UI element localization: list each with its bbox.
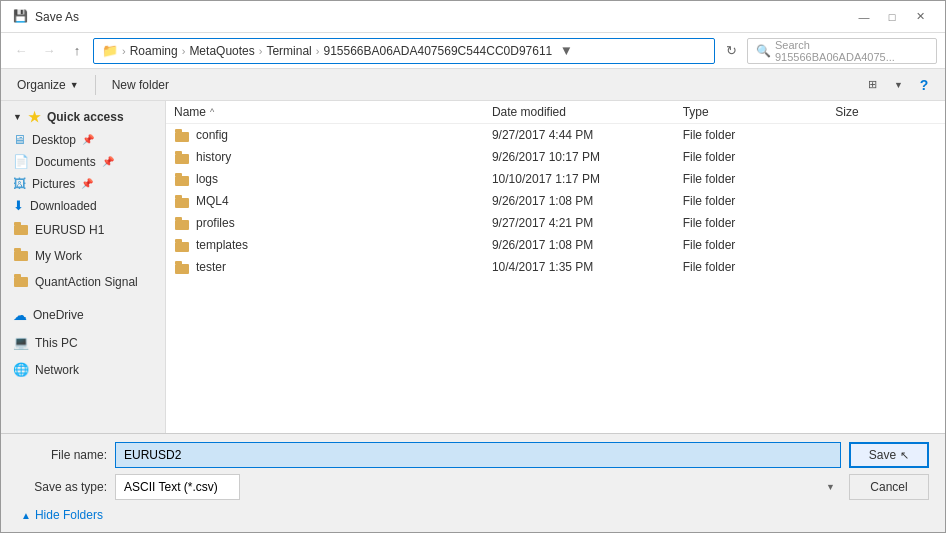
sidebar-item-mywork[interactable]: My Work [5,243,161,268]
sidebar-item-downloaded[interactable]: ⬇ Downloaded [5,195,161,216]
file-date-cell: 9/26/2017 10:17 PM [492,150,683,164]
path-part-roaming[interactable]: Roaming [130,44,178,58]
table-row[interactable]: logs 10/10/2017 1:17 PM File folder [166,168,945,190]
sidebar-item-onedrive[interactable]: ☁ OneDrive [5,304,161,326]
save-as-type-select[interactable]: ASCII Text (*.csv) [115,474,240,500]
file-name-text: MQL4 [196,194,229,208]
folder-icon [174,193,190,209]
chevron-up-icon: ▲ [21,510,31,521]
search-placeholder: Search 915566BA06ADA4075... [775,39,928,63]
path-part-metaquotes[interactable]: MetaQuotes [189,44,254,58]
maximize-button[interactable]: □ [879,7,905,27]
file-name-cell: logs [174,171,492,187]
table-row[interactable]: tester 10/4/2017 1:35 PM File folder [166,256,945,278]
save-as-type-wrapper: ASCII Text (*.csv) [115,474,841,500]
sidebar-eurusd-label: EURUSD H1 [35,223,104,237]
file-type-cell: File folder [683,128,836,142]
sidebar-documents-label: Documents [35,155,96,169]
folder-icon [174,127,190,143]
up-button[interactable]: ↑ [65,39,89,63]
window-controls: — □ ✕ [851,7,933,27]
search-box[interactable]: 🔍 Search 915566BA06ADA4075... [747,38,937,64]
new-folder-label: New folder [112,78,169,92]
pictures-pin-icon: 📌 [81,178,93,189]
column-name[interactable]: Name ^ [174,105,492,119]
quick-access-header[interactable]: ▼ ★ Quick access [5,106,161,128]
folder-icon [174,171,190,187]
file-name-cell: templates [174,237,492,253]
folder-icon [174,215,190,231]
file-date-cell: 9/26/2017 1:08 PM [492,238,683,252]
path-part-id[interactable]: 915566BA06ADA407569C544CC0D97611 [323,44,552,58]
file-name-cell: config [174,127,492,143]
desktop-icon: 🖥 [13,132,26,147]
file-list-header: Name ^ Date modified Type Size [166,101,945,124]
sidebar-item-documents[interactable]: 📄 Documents 📌 [5,151,161,172]
hide-folders-label: Hide Folders [35,508,103,522]
savetype-row: Save as type: ASCII Text (*.csv) Cancel [17,474,929,500]
folder-icon [174,259,190,275]
help-button[interactable]: ? [911,72,937,98]
network-icon: 🌐 [13,362,29,377]
file-list: Name ^ Date modified Type Size [166,101,945,433]
file-rows-container: config 9/27/2017 4:44 PM File folder his… [166,124,945,278]
sidebar-pictures-label: Pictures [32,177,75,191]
organize-button[interactable]: Organize ▼ [9,75,87,95]
forward-button[interactable]: → [37,39,61,63]
column-date-modified[interactable]: Date modified [492,105,683,119]
toolbar-separator [95,75,96,95]
column-type[interactable]: Type [683,105,836,119]
sidebar-network-label: Network [35,363,79,377]
new-folder-button[interactable]: New folder [104,75,177,95]
file-name-text: templates [196,238,248,252]
file-name-text: profiles [196,216,235,230]
sidebar: ▼ ★ Quick access 🖥 Desktop 📌 📄 Documents… [1,101,166,433]
file-date-cell: 9/27/2017 4:21 PM [492,216,683,230]
view-button[interactable]: ⊞ [858,73,886,97]
folder-icon [174,237,190,253]
file-name-cell: history [174,149,492,165]
sidebar-item-network[interactable]: 🌐 Network [5,359,161,380]
organize-dropdown-icon: ▼ [70,80,79,90]
sidebar-item-desktop[interactable]: 🖥 Desktop 📌 [5,129,161,150]
file-name-text: config [196,128,228,142]
sidebar-item-thispc[interactable]: 💻 This PC [5,332,161,353]
address-bar: ← → ↑ 📁 › Roaming › MetaQuotes › Termina… [1,33,945,69]
file-type-cell: File folder [683,194,836,208]
file-type-cell: File folder [683,260,836,274]
title-bar: 💾 Save As — □ ✕ [1,1,945,33]
file-type-cell: File folder [683,238,836,252]
file-name-label: File name: [17,448,107,462]
table-row[interactable]: profiles 9/27/2017 4:21 PM File folder [166,212,945,234]
sidebar-item-eurusd[interactable]: EURUSD H1 [5,217,161,242]
sidebar-item-quantaction[interactable]: QuantAction Signal [5,269,161,294]
address-path[interactable]: 📁 › Roaming › MetaQuotes › Terminal › 91… [93,38,715,64]
downloaded-icon: ⬇ [13,198,24,213]
minimize-button[interactable]: — [851,7,877,27]
address-dropdown-button[interactable]: ▼ [556,38,576,64]
bottom-section: File name: Save ↖ Save as type: ASCII Te… [1,433,945,532]
back-button[interactable]: ← [9,39,33,63]
documents-icon: 📄 [13,154,29,169]
save-button[interactable]: Save ↖ [849,442,929,468]
path-part-terminal[interactable]: Terminal [266,44,311,58]
refresh-button[interactable]: ↻ [719,39,743,63]
hide-folders-button[interactable]: ▲ Hide Folders [17,506,929,524]
dialog-title: Save As [35,10,851,24]
folder-icon-small: 📁 [102,43,118,58]
sidebar-quantaction-label: QuantAction Signal [35,275,138,289]
table-row[interactable]: templates 9/26/2017 1:08 PM File folder [166,234,945,256]
sidebar-item-pictures[interactable]: 🖼 Pictures 📌 [5,173,161,194]
table-row[interactable]: history 9/26/2017 10:17 PM File folder [166,146,945,168]
column-size[interactable]: Size [835,105,937,119]
close-button[interactable]: ✕ [907,7,933,27]
quick-access-label: Quick access [47,110,124,124]
file-name-input[interactable] [115,442,841,468]
cancel-button[interactable]: Cancel [849,474,929,500]
file-name-cell: profiles [174,215,492,231]
file-name-text: logs [196,172,218,186]
table-row[interactable]: config 9/27/2017 4:44 PM File folder [166,124,945,146]
organize-label: Organize [17,78,66,92]
file-name-text: history [196,150,231,164]
table-row[interactable]: MQL4 9/26/2017 1:08 PM File folder [166,190,945,212]
